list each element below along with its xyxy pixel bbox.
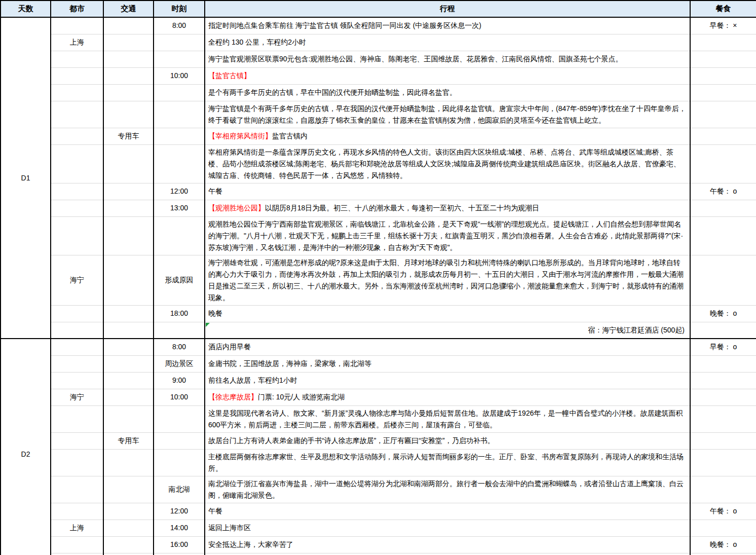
transport-cell: 专用车 — [103, 432, 154, 449]
table-row: 16:00安全抵达上海，大家辛苦了晚餐： o — [1, 536, 756, 553]
time-cell: 18:00 — [154, 305, 205, 322]
time-cell — [154, 144, 205, 183]
itinerary-text: 海宁盐官观潮景区联票90元包含:观潮胜地公园、海神庙、陈阁老宅、王国维故居、花居… — [208, 55, 622, 63]
transport-cell — [103, 144, 154, 183]
table-row: 海宁盐官镇是个有两千多年历史的古镇，早在我国的汉代便开始晒盐制盐，因此得名盐官镇… — [1, 101, 756, 128]
meal-cell — [690, 128, 756, 144]
table-row: 9:00前往名人故居，车程约1小时 — [1, 372, 756, 389]
transport-cell — [103, 183, 154, 200]
time-cell — [154, 34, 205, 51]
header-city: 都市 — [51, 1, 103, 17]
city-cell — [51, 476, 103, 503]
transport-cell — [103, 17, 154, 34]
itinerary-cell: 午餐 — [205, 503, 690, 520]
meal-cell — [690, 216, 756, 255]
time-cell — [154, 449, 205, 476]
meal-cell: 晚餐： o — [690, 305, 756, 322]
time-cell — [154, 553, 205, 555]
table-row: 宰相府第风情街是一条蕴含深厚历史文化，再现水乡风情的特色人文街。该街区由四大区块… — [1, 144, 756, 183]
time-cell: 12:00 — [154, 503, 205, 520]
meal-cell — [690, 67, 756, 84]
itinerary-cell: 是个有两千多年历史的古镇，早在中国的汉代便开始晒盐制盐，因此得名盐官。 — [205, 84, 690, 101]
time-cell: 南北湖 — [154, 476, 205, 503]
city-cell — [51, 216, 103, 255]
transport-cell — [103, 339, 154, 355]
itinerary-cell: 主楼底层两侧有徐志摩家世、生平及思想和文学活动陈列，展示诗人短暂而绚丽多彩的一生… — [205, 449, 690, 476]
transport-cell — [103, 405, 154, 432]
table-row: 上海14:00返回上海市区 — [1, 520, 756, 536]
table-row: 18:00晚餐晚餐： o — [1, 305, 756, 322]
transport-cell — [103, 67, 154, 84]
table-row: 观潮胜地公园位于海宁西南部盐官观潮景区，南临钱塘江，北靠杭金公路，是天下奇观“一… — [1, 216, 756, 255]
itinerary-cell: 宰相府第风情街是一条蕴含深厚历史文化，再现水乡风情的特色人文街。该街区由四大区块… — [205, 144, 690, 183]
meal-cell: 早餐： o — [690, 339, 756, 355]
itinerary-text: 宿：海宁钱江君廷酒店 (500起) — [588, 326, 685, 334]
table-row: 南北湖南北湖位于浙江省嘉兴市海盐县，湖中一道鲍公堤将湖分为北湖和南湖两部分。旅行… — [1, 476, 756, 503]
header-time: 时刻 — [154, 1, 205, 17]
meal-cell — [690, 553, 756, 555]
header-transport: 交通 — [103, 1, 154, 17]
transport-cell — [103, 355, 154, 372]
time-cell: 14:00 — [154, 520, 205, 536]
time-cell — [154, 216, 205, 255]
city-cell — [51, 536, 103, 553]
itinerary-cell: 【观潮胜地公园】以阴历8月18日为最。初三、十八的潮水最大，每逢初一至初六、十五… — [205, 200, 690, 216]
itinerary-highlight-text: 【徐志摩故居】 — [208, 393, 258, 401]
table-row: 海宁盐官观潮景区联票90元包含:观潮胜地公园、海神庙、陈阁老宅、王国维故居、花居… — [1, 51, 756, 67]
itinerary-text: 门票: 10元/人 或游览南北湖 — [258, 393, 345, 401]
itinerary-text: 这里是我国现代著名诗人、散文家、“新月派”灵魂人物徐志摩与陆小曼婚后短暂居住地。… — [208, 409, 683, 429]
day-cell: D2 — [1, 339, 51, 555]
itinerary-cell: 海宁盐官观潮景区联票90元包含:观潮胜地公园、海神庙、陈阁老宅、王国维故居、花居… — [205, 51, 690, 67]
meal-cell — [690, 200, 756, 216]
transport-cell — [103, 200, 154, 216]
itinerary-text: 午餐 — [208, 187, 222, 195]
transport-cell — [103, 51, 154, 67]
itinerary-text: 前往名人故居，车程约1小时 — [208, 376, 297, 384]
time-cell: 形成原因 — [154, 255, 205, 305]
transport-cell — [103, 476, 154, 503]
meal-cell — [690, 389, 756, 405]
header-meals: 餐食 — [690, 1, 756, 17]
transport-cell — [103, 34, 154, 51]
itinerary-table: 天数 都市 交通 时刻 行程 餐食 D18:00指定时间地点集合乘车前往 海宁盐… — [0, 0, 756, 555]
itinerary-text: 故居台门上方有诗人表弟金庸的手书“诗人徐志摩故居”，正厅有匾曰“安雅堂”，乃启功… — [208, 436, 495, 445]
city-cell — [51, 183, 103, 200]
itinerary-highlight-text: 【观潮胜地公园】 — [208, 204, 265, 212]
itinerary-cell: 前往名人故居，车程约1小时 — [205, 372, 690, 389]
time-cell: 9:00 — [154, 372, 205, 389]
transport-cell — [103, 553, 154, 555]
itinerary-cell: 【盐官古镇】 — [205, 67, 690, 84]
itinerary-text: 海宁潮雄奇壮观，可涌潮是怎样形成的呢?原来这是由于太阳、月球对地球的吸引力和杭州… — [208, 258, 684, 302]
time-cell: 8:00 — [154, 339, 205, 355]
city-cell — [51, 322, 103, 339]
transport-cell — [103, 372, 154, 389]
meal-cell — [690, 144, 756, 183]
itinerary-cell: 酒店内用早餐 — [205, 339, 690, 355]
transport-cell — [103, 503, 154, 520]
city-cell — [51, 339, 103, 355]
transport-cell — [103, 389, 154, 405]
time-cell — [154, 128, 205, 144]
city-cell — [51, 503, 103, 520]
time-cell — [154, 432, 205, 449]
itinerary-cell: 【宰相府第风情街】盐官古镇内 — [205, 128, 690, 144]
meal-cell — [690, 355, 756, 372]
meal-cell — [690, 372, 756, 389]
itinerary-cell: 返回上海市区 — [205, 520, 690, 536]
table-row: 是个有两千多年历史的古镇，早在中国的汉代便开始晒盐制盐，因此得名盐官。 — [1, 84, 756, 101]
city-cell — [51, 432, 103, 449]
city-cell: 海宁 — [51, 255, 103, 305]
itinerary-text: 是个有两千多年历史的古镇，早在中国的汉代便开始晒盐制盐，因此得名盐官。 — [208, 88, 457, 96]
itinerary-cell: 故居台门上方有诗人表弟金庸的手书“诗人徐志摩故居”，正厅有匾曰“安雅堂”，乃启功… — [205, 432, 690, 449]
itinerary-cell: 海宁潮雄奇壮观，可涌潮是怎样形成的呢?原来这是由于太阳、月球对地球的吸引力和杭州… — [205, 255, 690, 305]
transport-cell: 专用车 — [103, 128, 154, 144]
itinerary-highlight-text: 【宰相府第风情街】 — [208, 132, 272, 140]
itinerary-text: 返回上海市区 — [208, 524, 251, 532]
itinerary-cell: 观潮胜地公园位于海宁西南部盐官观潮景区，南临钱塘江，北靠杭金公路，是天下奇观“一… — [205, 216, 690, 255]
transport-cell — [103, 216, 154, 255]
table-row: 这里是我国现代著名诗人、散文家、“新月派”灵魂人物徐志摩与陆小曼婚后短暂居住地。… — [1, 405, 756, 432]
itinerary-cell: 安全抵达上海，大家辛苦了 — [205, 536, 690, 553]
itinerary-text: 金庸书院，王国维故居，海神庙，梁家墩，南北湖等 — [208, 359, 371, 367]
itinerary-text: 全程约 130 公里，车程约2小时 — [208, 38, 306, 46]
itinerary-highlight-text: 【盐官古镇】 — [208, 71, 251, 80]
